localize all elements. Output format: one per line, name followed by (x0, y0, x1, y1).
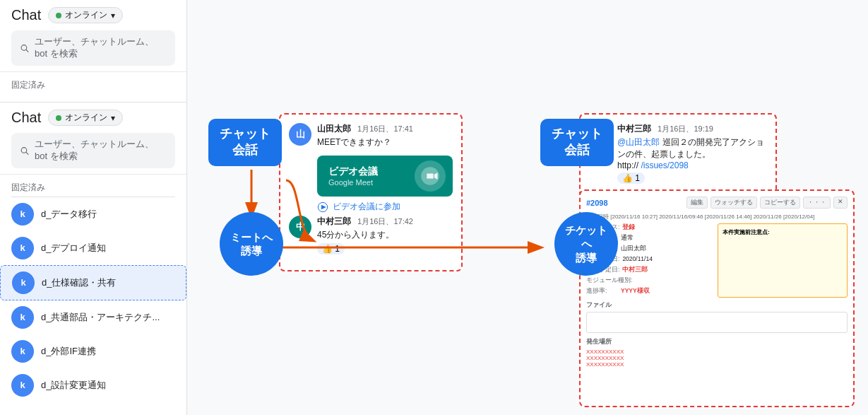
reaction-row-right: 👍 1 (617, 173, 767, 184)
main-area: チャット会話 ミートへ誘導 チャット会話 チケットへ誘導 (187, 0, 868, 415)
meet-icon (415, 160, 446, 192)
search-box[interactable]: ユーザー、チャットルーム、bot を検索 (11, 133, 175, 168)
msg-name-right: 中村三郎 (617, 124, 651, 134)
ticket-yellow-title: 本件実施前注意点: (723, 228, 843, 236)
chat-item-2[interactable]: k d_デプロイ通知 (0, 231, 186, 265)
reaction-badge-right[interactable]: 👍 1 (617, 173, 645, 184)
chat-item-5[interactable]: k d_外部IF連携 (0, 334, 186, 368)
chat-item-4[interactable]: k d_共通部品・アーキテクチ... (0, 300, 186, 334)
attachment-url-2[interactable]: XXXXXXXXXX (586, 355, 848, 361)
priority-field-value: 通常 (621, 234, 634, 242)
status-label-top: オンライン (65, 9, 107, 21)
chat-avatar-2: k (11, 237, 34, 259)
ticket-btn-watch[interactable]: ウォッチする (711, 197, 757, 209)
msg-header-right: 中村三郎 1月16日、19:19 (617, 123, 767, 135)
status-badge[interactable]: オンライン ▾ (48, 110, 123, 126)
progress-field-label: 進捗率: (586, 287, 618, 296)
search-box-top[interactable]: ユーザー、チャットルーム、bot を検索 (11, 30, 175, 66)
search-icon (20, 145, 29, 156)
file-label: ファイル (586, 300, 848, 310)
pinned-label-top: 固定済み (0, 72, 186, 94)
chat-name-1: d_データ移行 (41, 208, 97, 221)
msg-date-2: 1月16日、17:42 (357, 217, 413, 226)
ticket-meta: 作成日時 [2020/11/16 10:27] 2020/11/16/09:46… (586, 213, 848, 221)
ticket-field-progress: 進捗率: YYYY様収 (586, 287, 716, 296)
msg-avatar-yamada: 山 (289, 123, 311, 146)
msg-avatar-nakamura: 中 (289, 216, 311, 238)
chat-avatar-1: k (11, 203, 34, 226)
msg-header-1: 山田太郎 1月16日、17:41 (317, 123, 413, 135)
ticket-file-input (586, 312, 848, 333)
msg-date-right: 1月16日、19:19 (658, 124, 713, 133)
chat-name-3: d_仕様確認・共有 (42, 276, 116, 289)
progress-field-value: YYYY様収 (621, 287, 650, 296)
msg-text-2: 45分から入ります。 (317, 229, 413, 241)
attachment-url-1[interactable]: XXXXXXXXXX (586, 349, 848, 355)
svg-line-3 (26, 152, 28, 154)
status-badge-top[interactable]: オンライン ▾ (48, 7, 123, 23)
ticket-btn-close[interactable]: ✕ (833, 197, 848, 209)
msg-mention: @山田太郎 巡回２の開発完了アクションの件、起票しました。 (617, 136, 767, 160)
status-field-value: 登録 (622, 223, 635, 232)
ticket-btn-edit[interactable]: 編集 (686, 197, 708, 209)
meet-join-text: ビデオ会議に参加 (333, 201, 400, 213)
svg-line-1 (26, 49, 28, 52)
flow-circle-ticket: チケットへ誘導 (554, 212, 618, 276)
msg-content-right: 中村三郎 1月16日、19:19 @山田太郎 巡回２の開発完了アクションの件、起… (617, 123, 767, 184)
msg-date-1: 1月16日、17:41 (357, 124, 413, 133)
reaction-text-2: 👍 1 (322, 244, 340, 254)
status-label: オンライン (65, 112, 107, 124)
reaction-text-right: 👍 1 (622, 173, 640, 183)
meet-card[interactable]: ビデオ会議 Google Meet (317, 156, 453, 197)
msg-content-2: 中村三郎 1月16日、17:42 45分から入ります。 👍 1 (317, 216, 413, 255)
ticket-header-row: #2098 編集 ウォッチする コピーする ・・・ ✕ (586, 197, 848, 209)
chat-avatar-4: k (11, 306, 34, 329)
attachment-url-3[interactable]: XXXXXXXXXX (586, 361, 848, 368)
reaction-badge-2[interactable]: 👍 1 (317, 243, 345, 255)
chat-name-2: d_デプロイ通知 (41, 242, 106, 255)
msg-link: http:// /issues/2098 (617, 160, 767, 170)
ticket-fields: ステータス: 登録 優先度: 通常 起票者: 山田太郎 開始予定日: 2020/… (586, 223, 848, 298)
chat-list: k d_データ移行 k d_デプロイ通知 k d_仕様確認・共有 k d_共通部… (0, 197, 186, 402)
chat-conversation-left: 山 山田太郎 1月16日、17:41 MEETできますか？ ビデオ会議 Goog… (279, 113, 463, 271)
top-overlay: Chat オンライン ▾ ユーザー、チャットルーム、bot を検索 固定済み (0, 0, 187, 103)
mention-text: @山田太郎 (617, 137, 660, 147)
link-pre: http:// (617, 160, 638, 170)
chat-item-3[interactable]: k d_仕様確認・共有 (0, 265, 186, 300)
status-arrow-top: ▾ (111, 11, 115, 21)
flow-circle-meet: ミートへ誘導 (220, 212, 283, 276)
ticket-yellow-panel: 本件実施前注意点: (718, 223, 848, 298)
app-title: Chat (11, 110, 41, 126)
status-dot-top (56, 13, 61, 18)
link-url[interactable]: /issues/2098 (641, 160, 688, 170)
reaction-row-2: 👍 1 (317, 243, 413, 255)
sidebar: Chat オンライン ▾ ユーザー、チャットルーム、bot を検索 固定済み k… (0, 103, 187, 415)
chat-avatar-3: k (12, 271, 35, 294)
flow-chat-label-2: チャット会話 (540, 119, 614, 166)
ticket-btn-copy[interactable]: コピーする (760, 197, 800, 209)
status-dot (56, 115, 61, 121)
msg-name-1: 山田太郎 (317, 124, 351, 134)
meet-join-button[interactable]: ビデオ会議に参加 (317, 201, 453, 213)
msg-row-2: 中 中村三郎 1月16日、17:42 45分から入ります。 👍 1 (289, 216, 453, 255)
msg-header-2: 中村三郎 1月16日、17:42 (317, 216, 413, 228)
meet-join-icon (317, 201, 328, 213)
chat-avatar-6: k (11, 374, 34, 397)
msg-row-right: 中 中村三郎 1月16日、19:19 @山田太郎 巡回２の開発完了アクションの件… (589, 123, 767, 184)
chat-name-5: d_外部IF連携 (41, 345, 96, 358)
search-icon-top (20, 42, 29, 54)
ticket-actions: 編集 ウォッチする コピーする ・・・ ✕ (686, 197, 848, 209)
ticket-btn-more[interactable]: ・・・ (803, 197, 831, 209)
flow-chat-label-1: チャット会話 (208, 119, 282, 166)
ticket-field-module: モジュール種別: (586, 276, 716, 285)
chat-item-6[interactable]: k d_設計変更通知 (0, 368, 186, 402)
app-title-top: Chat (11, 7, 41, 23)
search-placeholder-top: ユーザー、チャットルーム、bot を検索 (35, 36, 167, 60)
msg-content-1: 山田太郎 1月16日、17:41 MEETできますか？ (317, 123, 413, 148)
chat-item-1[interactable]: k d_データ移行 (0, 197, 186, 231)
chat-name-4: d_共通部品・アーキテクチ... (41, 311, 160, 324)
chat-avatar-5: k (11, 340, 34, 363)
end-field-value: 中村三郎 (622, 266, 648, 274)
ticket-file-area: ファイル (586, 300, 848, 333)
attachment-label: 発生場所 (586, 337, 848, 346)
